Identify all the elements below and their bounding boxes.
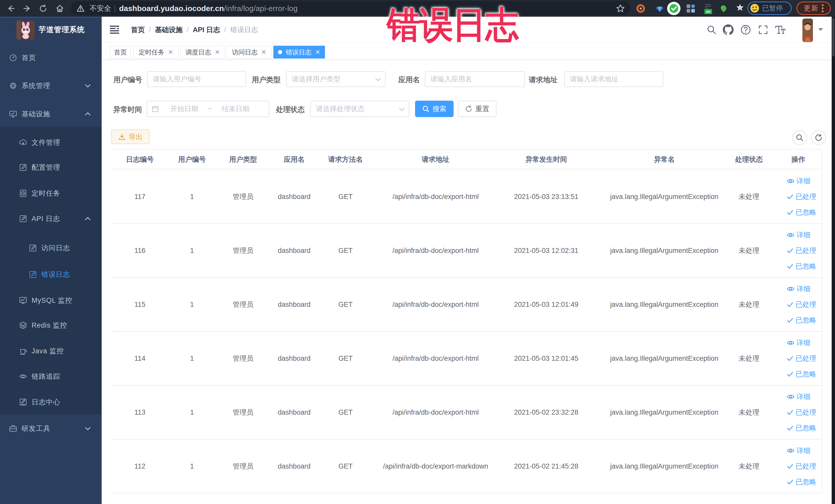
svg-text:on: on <box>706 9 710 14</box>
